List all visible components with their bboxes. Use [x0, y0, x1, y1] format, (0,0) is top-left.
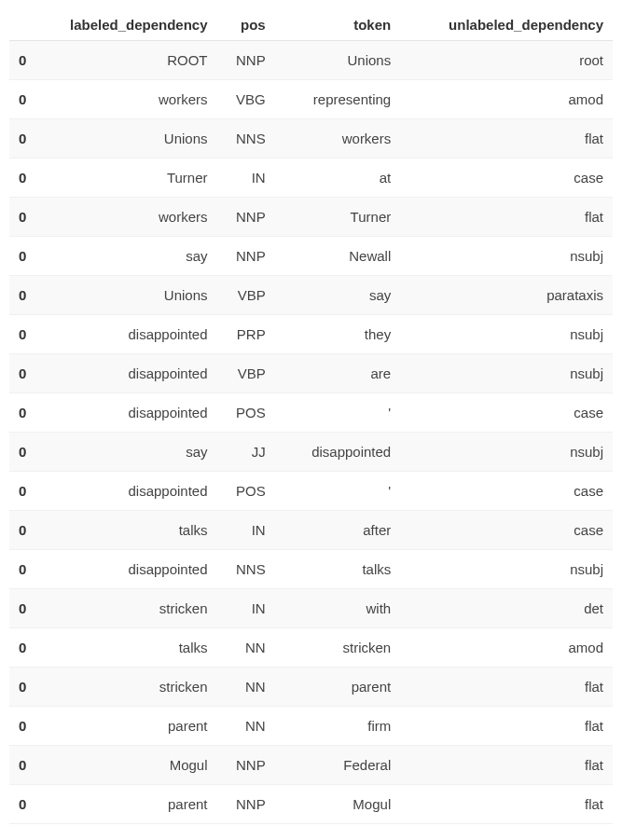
cell-token: parent — [275, 668, 401, 707]
table-row: 0sayNNPNewallnsubj — [9, 237, 613, 276]
table-row: 0TurnerINatcase — [9, 158, 613, 198]
cell-pos: NNP — [217, 198, 275, 237]
cell-token: Newall — [275, 237, 401, 276]
header-pos: pos — [217, 9, 275, 41]
cell-pos: IN — [217, 589, 275, 628]
table-row: 0UnionsNNSworkersflat — [9, 119, 613, 158]
cell-labeled-dependency: parent — [38, 785, 217, 824]
cell-unlabeled-dependency: case — [400, 158, 613, 198]
cell-token: Mogul — [275, 785, 401, 824]
table-row: 0workersNNPTurnerflat — [9, 198, 613, 237]
cell-pos: POS — [217, 472, 275, 511]
table-row: 0ROOTNNPUnionsroot — [9, 41, 613, 80]
cell-index: 0 — [9, 41, 38, 80]
cell-labeled-dependency: disappointed — [38, 393, 217, 433]
cell-token: Federal — [275, 746, 401, 785]
header-index — [9, 9, 38, 41]
cell-unlabeled-dependency: flat — [400, 668, 613, 707]
cell-labeled-dependency: Turner — [38, 158, 217, 198]
cell-token: workers — [275, 119, 401, 158]
cell-unlabeled-dependency: parataxis — [400, 276, 613, 315]
cell-unlabeled-dependency: nsubj — [400, 550, 613, 589]
table-row: 0parentNNfirmflat — [9, 707, 613, 746]
cell-labeled-dependency: Unions — [38, 276, 217, 315]
cell-token: they — [275, 315, 401, 354]
table-header-row: labeled_dependency pos token unlabeled_d… — [9, 9, 613, 41]
cell-index: 0 — [9, 237, 38, 276]
cell-token: after — [275, 511, 401, 550]
table-row: 0workersVBGrepresentingamod — [9, 80, 613, 119]
cell-index: 0 — [9, 276, 38, 315]
table-row: 0strickenNNparentflat — [9, 668, 613, 707]
cell-token: with — [275, 589, 401, 628]
cell-index: 0 — [9, 158, 38, 198]
cell-token: disappointed — [275, 433, 401, 472]
cell-pos: VBG — [217, 80, 275, 119]
cell-index: 0 — [9, 511, 38, 550]
cell-pos: NNP — [217, 785, 275, 824]
cell-index: 0 — [9, 785, 38, 824]
cell-unlabeled-dependency: det — [400, 589, 613, 628]
cell-index: 0 — [9, 354, 38, 393]
cell-pos: NNP — [217, 237, 275, 276]
cell-index: 0 — [9, 628, 38, 668]
cell-labeled-dependency: ROOT — [38, 41, 217, 80]
cell-index: 0 — [9, 668, 38, 707]
cell-unlabeled-dependency: flat — [400, 746, 613, 785]
cell-token: at — [275, 158, 401, 198]
cell-index: 0 — [9, 198, 38, 237]
table-row: 0talksINaftercase — [9, 511, 613, 550]
cell-unlabeled-dependency: case — [400, 511, 613, 550]
table-row: 0disappointedPRPtheynsubj — [9, 315, 613, 354]
cell-labeled-dependency: stricken — [38, 589, 217, 628]
cell-token: Turner — [275, 198, 401, 237]
cell-index: 0 — [9, 707, 38, 746]
cell-pos: NNP — [217, 41, 275, 80]
table-body: 0ROOTNNPUnionsroot0workersVBGrepresentin… — [9, 41, 613, 824]
cell-labeled-dependency: talks — [38, 511, 217, 550]
cell-pos: NNS — [217, 550, 275, 589]
cell-token: Unions — [275, 41, 401, 80]
cell-pos: NN — [217, 707, 275, 746]
cell-labeled-dependency: talks — [38, 628, 217, 668]
cell-labeled-dependency: workers — [38, 198, 217, 237]
table-row: 0disappointedPOS'case — [9, 393, 613, 433]
cell-pos: JJ — [217, 433, 275, 472]
cell-token: representing — [275, 80, 401, 119]
cell-token: say — [275, 276, 401, 315]
header-labeled-dependency: labeled_dependency — [38, 9, 217, 41]
table-row: 0sayJJdisappointednsubj — [9, 433, 613, 472]
cell-pos: VBP — [217, 276, 275, 315]
cell-labeled-dependency: disappointed — [38, 315, 217, 354]
cell-index: 0 — [9, 119, 38, 158]
cell-unlabeled-dependency: flat — [400, 119, 613, 158]
cell-unlabeled-dependency: root — [400, 41, 613, 80]
cell-unlabeled-dependency: flat — [400, 198, 613, 237]
cell-index: 0 — [9, 550, 38, 589]
cell-pos: IN — [217, 511, 275, 550]
table-row: 0parentNNPMogulflat — [9, 785, 613, 824]
cell-pos: PRP — [217, 315, 275, 354]
cell-token: ' — [275, 472, 401, 511]
cell-unlabeled-dependency: flat — [400, 707, 613, 746]
cell-pos: NNS — [217, 119, 275, 158]
cell-unlabeled-dependency: nsubj — [400, 354, 613, 393]
header-unlabeled-dependency: unlabeled_dependency — [400, 9, 613, 41]
table-row: 0disappointedVBParensubj — [9, 354, 613, 393]
cell-unlabeled-dependency: flat — [400, 785, 613, 824]
cell-token: firm — [275, 707, 401, 746]
cell-labeled-dependency: disappointed — [38, 550, 217, 589]
cell-pos: VBP — [217, 354, 275, 393]
cell-labeled-dependency: parent — [38, 707, 217, 746]
cell-labeled-dependency: workers — [38, 80, 217, 119]
cell-unlabeled-dependency: amod — [400, 80, 613, 119]
cell-unlabeled-dependency: amod — [400, 628, 613, 668]
cell-labeled-dependency: say — [38, 237, 217, 276]
cell-unlabeled-dependency: case — [400, 393, 613, 433]
cell-labeled-dependency: say — [38, 433, 217, 472]
cell-token: talks — [275, 550, 401, 589]
cell-unlabeled-dependency: nsubj — [400, 433, 613, 472]
cell-unlabeled-dependency: case — [400, 472, 613, 511]
cell-unlabeled-dependency: nsubj — [400, 315, 613, 354]
table-row: 0MogulNNPFederalflat — [9, 746, 613, 785]
